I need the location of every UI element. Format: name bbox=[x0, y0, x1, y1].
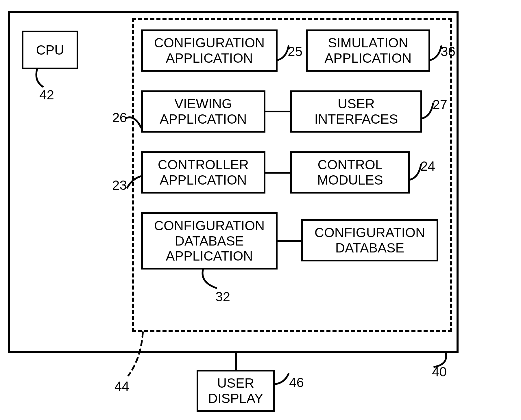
ref-ctrl-app: 23 bbox=[112, 177, 127, 193]
connector-row4 bbox=[278, 239, 301, 245]
config-app-label: CONFIGURATION APPLICATION bbox=[146, 35, 273, 66]
sim-app-box: SIMULATION APPLICATION bbox=[306, 29, 430, 72]
ref-user-disp: 46 bbox=[289, 375, 304, 390]
ctrl-app-label: CONTROLLER APPLICATION bbox=[146, 157, 261, 188]
ctrl-app-box: CONTROLLER APPLICATION bbox=[141, 151, 265, 194]
sim-app-label: SIMULATION APPLICATION bbox=[311, 35, 426, 66]
config-app-box: CONFIGURATION APPLICATION bbox=[141, 29, 278, 72]
connector-userdisp bbox=[234, 353, 240, 370]
ref-view-app: 26 bbox=[112, 110, 127, 125]
user-if-box: USER INTERFACES bbox=[290, 90, 422, 133]
view-app-label: VIEWING APPLICATION bbox=[146, 96, 261, 127]
cfg-db-box: CONFIGURATION DATABASE bbox=[301, 219, 438, 261]
view-app-box: VIEWING APPLICATION bbox=[141, 90, 265, 133]
cpu-box: CPU bbox=[22, 31, 78, 69]
ref-cfg-db-app: 32 bbox=[215, 289, 230, 304]
cpu-label: CPU bbox=[36, 42, 64, 58]
user-if-label: USER INTERFACES bbox=[295, 96, 417, 127]
ctrl-mod-box: CONTROL MODULES bbox=[290, 151, 410, 194]
ref-outer: 40 bbox=[432, 364, 447, 380]
ref-dashed: 44 bbox=[114, 378, 129, 394]
cfg-db-label: CONFIGURATION DATABASE bbox=[306, 225, 434, 256]
user-disp-box: USER DISPLAY bbox=[197, 370, 275, 412]
diagram-canvas: CPU CONFIGURATION APPLICATION SIMULATION… bbox=[0, 0, 521, 420]
connector-row2 bbox=[265, 110, 290, 116]
user-disp-label: USER DISPLAY bbox=[201, 376, 270, 406]
ref-cpu: 42 bbox=[39, 87, 54, 103]
ctrl-mod-label: CONTROL MODULES bbox=[295, 157, 405, 188]
ref-sim-app: 36 bbox=[441, 44, 455, 59]
cfg-db-app-box: CONFIGURATION DATABASE APPLICATION bbox=[141, 212, 278, 270]
connector-row3 bbox=[265, 171, 290, 177]
ref-user-if: 27 bbox=[433, 97, 447, 112]
ref-ctrl-mod: 24 bbox=[420, 158, 435, 174]
ref-config-app: 25 bbox=[288, 44, 302, 59]
cfg-db-app-label: CONFIGURATION DATABASE APPLICATION bbox=[146, 218, 273, 264]
